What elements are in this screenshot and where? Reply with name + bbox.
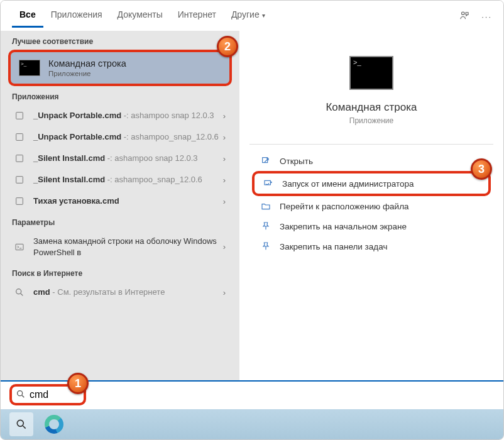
divider (249, 144, 493, 145)
section-params: Параметры (1, 212, 239, 231)
search-panel: Все Приложения Документы Интернет Другие… (1, 1, 503, 408)
best-match-item[interactable]: Командная строка Приложение (8, 50, 232, 86)
edge-icon (45, 415, 63, 434)
chevron-right-icon: › (221, 197, 228, 206)
section-apps: Приложения (1, 86, 239, 105)
action-open-location[interactable]: Перейти к расположению файла (255, 196, 488, 216)
file-icon (12, 131, 27, 143)
action-open[interactable]: Открыть (255, 151, 488, 171)
best-match-subtitle: Приложение (48, 70, 126, 77)
taskbar-search-button[interactable] (9, 412, 33, 436)
app-result-1[interactable]: _Unpack Portable.cmd -: ashampoo_snap_12… (1, 126, 239, 148)
results-column: Лучшее соответствие Командная строка При… (1, 31, 239, 408)
best-match-title: Командная строка (48, 58, 126, 69)
app-result-0[interactable]: _Unpack Portable.cmd -: ashampoo snap 12… (1, 105, 239, 126)
tab-internet[interactable]: Интернет (170, 6, 224, 28)
action-pinstart-label: Закрепить на начальном экране (280, 222, 407, 231)
taskbar (1, 409, 503, 439)
annotation-badge-3: 3 (471, 158, 492, 180)
admin-icon (261, 179, 276, 189)
svg-point-10 (18, 390, 23, 395)
app-result-4[interactable]: Тихая установка.cmd › (1, 190, 239, 212)
tab-docs[interactable]: Документы (110, 6, 170, 28)
app-result-3[interactable]: _Silent Install.cmd -: ashampoo_snap_12.… (1, 169, 239, 190)
more-icon[interactable]: ··· (481, 12, 492, 21)
preview-subtitle: Приложение (255, 116, 488, 125)
svg-rect-4 (16, 177, 23, 184)
best-match-wrap: Командная строка Приложение 2 (8, 50, 232, 86)
web-result-0[interactable]: cmd - См. результаты в Интернете › (1, 282, 239, 303)
svg-rect-2 (16, 134, 23, 141)
open-icon (258, 156, 273, 166)
file-icon (12, 153, 27, 164)
search-icon (16, 389, 26, 401)
chevron-right-icon: › (221, 111, 228, 121)
action-run-admin[interactable]: Запуск от имени администратора (252, 171, 491, 196)
annotation-badge-2: 2 (217, 36, 238, 57)
tab-apps[interactable]: Приложения (43, 6, 110, 28)
section-best-match: Лучшее соответствие (1, 31, 239, 50)
tab-all[interactable]: Все (12, 6, 43, 28)
preview-column: Командная строка Приложение Открыть Запу… (239, 31, 503, 408)
search-icon (12, 287, 27, 298)
terminal-icon (12, 241, 27, 253)
chevron-right-icon: › (221, 288, 228, 297)
action-open-label: Открыть (280, 157, 313, 166)
action-pintaskbar-label: Закрепить на панели задач (280, 242, 387, 251)
chevron-right-icon: › (221, 133, 228, 142)
svg-point-7 (16, 289, 21, 294)
window-search-panel: Все Приложения Документы Интернет Другие… (0, 0, 504, 440)
chevron-right-icon: › (221, 242, 228, 251)
pin-taskbar-icon (258, 241, 273, 251)
action-location-label: Перейти к расположению файла (280, 202, 409, 211)
chevron-right-icon: › (221, 175, 228, 185)
svg-rect-5 (16, 198, 23, 205)
search-box-callout: 1 (9, 384, 86, 405)
section-web: Поиск в Интернете (1, 263, 239, 282)
chevron-right-icon: › (221, 154, 228, 163)
svg-point-0 (462, 12, 465, 15)
feedback-icon[interactable] (459, 10, 470, 23)
param-result-0[interactable]: Замена командной строки на оболочку Wind… (1, 231, 239, 263)
main-area: Лучшее соответствие Командная строка При… (1, 31, 503, 408)
chevron-down-icon: ▾ (262, 12, 265, 19)
search-box-row: 1 (1, 380, 503, 408)
taskbar-edge-button[interactable] (42, 412, 66, 436)
action-admin-label: Запуск от имени администратора (282, 179, 414, 189)
app-result-2[interactable]: _Silent Install.cmd -: ashampoo snap 12.… (1, 148, 239, 169)
action-pin-taskbar[interactable]: Закрепить на панели задач (255, 236, 488, 256)
action-pin-start[interactable]: Закрепить на начальном экране (255, 216, 488, 236)
file-icon (12, 110, 27, 121)
folder-icon (258, 201, 273, 211)
annotation-badge-1: 1 (67, 373, 89, 394)
cmd-icon (18, 59, 41, 77)
preview-cmd-icon (349, 56, 393, 90)
svg-point-11 (17, 420, 23, 426)
file-icon (12, 195, 27, 207)
pin-start-icon (258, 221, 273, 231)
preview-title: Командная строка (255, 101, 488, 114)
svg-rect-6 (16, 244, 23, 250)
tabs-bar: Все Приложения Документы Интернет Другие… (1, 1, 503, 31)
file-icon (12, 174, 27, 185)
svg-rect-3 (16, 155, 23, 162)
search-input[interactable] (30, 389, 71, 400)
svg-rect-1 (16, 113, 23, 119)
header-right: ··· (459, 10, 501, 23)
tab-other[interactable]: Другие▾ (224, 6, 273, 28)
